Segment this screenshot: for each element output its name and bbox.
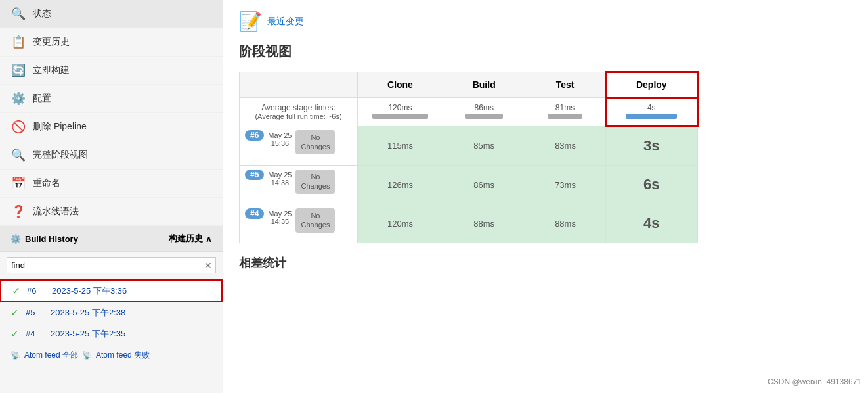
no-changes-btn-6[interactable]: NoChanges xyxy=(295,130,335,154)
stage-header-clone: Clone xyxy=(358,72,443,98)
avg-runtime-text: (Average full run time: ~6s) xyxy=(246,112,351,120)
build-badge-4[interactable]: #4 xyxy=(245,208,264,219)
avg-bar-test-cell: 81ms xyxy=(525,98,605,126)
atom-links: 📡 Atom feed 全部 📡 Atom feed 失败 xyxy=(0,344,223,366)
build-5-deploy-time: 6s xyxy=(605,166,697,204)
build-5-clone-time: 126ms xyxy=(358,166,443,204)
avg-bar-clone-cell: 120ms xyxy=(358,98,443,126)
avg-time-clone: 120ms xyxy=(360,103,440,112)
sidebar-item-delete-pipeline[interactable]: 🚫 删除 Pipeline xyxy=(0,113,223,141)
build-row-5: #5 May 25 14:38 NoChanges 126ms 86ms 73m… xyxy=(240,166,698,204)
rename-icon: 📅 xyxy=(11,176,26,191)
build-list-item-6[interactable]: ✓ #6 2023-5-25 下午3:36 xyxy=(0,279,223,302)
sidebar-item-label: 流水线语法 xyxy=(33,206,79,218)
sidebar: 🔍 状态 📋 变更历史 🔄 立即构建 ⚙️ 配置 🚫 删除 Pipeline 🔍… xyxy=(0,0,223,393)
build-status-icon-5: ✓ xyxy=(11,306,19,319)
stage-header-test: Test xyxy=(525,72,605,98)
build-row-6: #6 May 25 15:36 NoChanges 115ms 85ms 83m… xyxy=(240,126,698,166)
build-5-build-time: 86ms xyxy=(443,166,525,204)
sidebar-item-rename[interactable]: 📅 重命名 xyxy=(0,170,223,198)
build-num-5[interactable]: #5 xyxy=(26,308,44,317)
avg-bar-build xyxy=(465,114,503,119)
sidebar-item-full-stage-view[interactable]: 🔍 完整阶段视图 xyxy=(0,141,223,170)
no-changes-btn-4[interactable]: NoChanges xyxy=(295,208,335,233)
build-history-gear-icon: ⚙️ xyxy=(11,234,21,244)
search-clear-button[interactable]: ✕ xyxy=(204,260,212,271)
avg-times-text: Average stage times: xyxy=(246,103,351,112)
build-date-label-4: May 25 14:35 xyxy=(268,210,292,225)
recent-changes-link: 📝 最近变更 xyxy=(239,11,852,32)
build-history-label: Build History xyxy=(25,234,78,244)
build-date-label-5: May 25 14:38 xyxy=(268,171,292,187)
search-input[interactable] xyxy=(7,257,216,273)
atom-icon-2: 📡 xyxy=(82,351,92,360)
build-num-4[interactable]: #4 xyxy=(26,329,44,338)
avg-bar-build-cell: 86ms xyxy=(443,98,525,126)
sidebar-item-label: 配置 xyxy=(33,93,51,104)
sidebar-item-status[interactable]: 🔍 状态 xyxy=(0,0,223,28)
build-4-clone-time: 120ms xyxy=(358,204,443,243)
build-row-4: #4 May 25 14:35 NoChanges 120ms 88ms 88m… xyxy=(240,204,698,243)
sidebar-item-label: 删除 Pipeline xyxy=(33,121,87,133)
stage-header-build: Build xyxy=(443,72,525,98)
stage-table: Clone Build Test Deploy Average stage ti… xyxy=(239,71,699,243)
config-icon: ⚙️ xyxy=(11,91,26,106)
avg-bar-deploy xyxy=(626,114,677,119)
build-history-cn-label: 构建历史 xyxy=(169,233,203,244)
build-date-6[interactable]: 2023-5-25 下午3:36 xyxy=(52,285,127,297)
sidebar-item-label: 完整阶段视图 xyxy=(33,149,88,161)
build-date-4[interactable]: 2023-5-25 下午2:35 xyxy=(51,328,125,340)
atom-icon-1: 📡 xyxy=(11,351,20,360)
next-section-title: 相差统计 xyxy=(239,255,852,271)
build-history-right: 构建历史 ∧ xyxy=(169,233,212,244)
avg-times-label-cell: Average stage times: (Average full run t… xyxy=(240,98,358,126)
avg-bar-test xyxy=(548,114,583,119)
avg-label-header xyxy=(240,72,358,98)
watermark: CSDN @weixin_49138671 xyxy=(768,377,861,386)
atom-feed-fail-link[interactable]: Atom feed 失败 xyxy=(96,350,150,361)
collapse-icon[interactable]: ∧ xyxy=(206,234,212,244)
build-label-6: #6 May 25 15:36 NoChanges xyxy=(240,126,358,166)
build-date-5[interactable]: 2023-5-25 下午2:38 xyxy=(51,307,125,319)
sidebar-item-change-history[interactable]: 📋 变更历史 xyxy=(0,28,223,57)
build-list-item-4[interactable]: ✓ #4 2023-5-25 下午2:35 xyxy=(0,323,223,344)
stage-header-deploy: Deploy xyxy=(605,72,697,98)
build-date-label-6: May 25 15:36 xyxy=(268,131,292,147)
avg-bar-clone xyxy=(372,114,428,119)
build-label-5: #5 May 25 14:38 NoChanges xyxy=(240,166,358,204)
build-4-deploy-time: 4s xyxy=(605,204,697,243)
build-4-test-time: 88ms xyxy=(525,204,605,243)
build-status-icon-6: ✓ xyxy=(12,285,20,297)
atom-feed-all-link[interactable]: Atom feed 全部 xyxy=(24,350,78,361)
avg-time-build: 86ms xyxy=(446,103,523,112)
change-history-icon: 📋 xyxy=(11,35,26,49)
full-stage-view-icon: 🔍 xyxy=(11,148,26,162)
build-label-4: #4 May 25 14:35 NoChanges xyxy=(240,204,358,243)
avg-time-test: 81ms xyxy=(528,103,601,112)
recent-changes-anchor[interactable]: 最近变更 xyxy=(267,16,304,28)
sidebar-item-label: 立即构建 xyxy=(33,64,70,76)
build-badge-5[interactable]: #5 xyxy=(245,170,264,180)
stage-header-row: Clone Build Test Deploy xyxy=(240,72,698,98)
build-5-test-time: 73ms xyxy=(525,166,605,204)
build-status-icon-4: ✓ xyxy=(11,327,19,340)
build-6-build-time: 85ms xyxy=(443,126,525,166)
build-list-item-5[interactable]: ✓ #5 2023-5-25 下午2:38 xyxy=(0,302,223,323)
build-num-6[interactable]: #6 xyxy=(27,286,45,296)
sidebar-item-config[interactable]: ⚙️ 配置 xyxy=(0,85,223,113)
sidebar-item-pipeline-syntax[interactable]: ❓ 流水线语法 xyxy=(0,198,223,226)
delete-pipeline-icon: 🚫 xyxy=(11,120,26,134)
search-container: ✕ xyxy=(0,252,223,279)
build-6-test-time: 83ms xyxy=(525,126,605,166)
build-badge-6[interactable]: #6 xyxy=(245,130,264,141)
build-6-deploy-time: 3s xyxy=(605,126,697,166)
sidebar-item-label: 重命名 xyxy=(33,177,60,189)
no-changes-btn-5[interactable]: NoChanges xyxy=(295,170,335,194)
sidebar-item-label: 变更历史 xyxy=(33,36,70,48)
sidebar-item-build-now[interactable]: 🔄 立即构建 xyxy=(0,57,223,85)
build-now-icon: 🔄 xyxy=(11,63,26,78)
avg-times-row: Average stage times: (Average full run t… xyxy=(240,98,698,126)
build-6-clone-time: 115ms xyxy=(358,126,443,166)
main-content: 📝 最近变更 阶段视图 Clone Build Test Deploy Aver… xyxy=(223,0,868,393)
avg-bar-deploy-cell: 4s xyxy=(605,98,697,126)
